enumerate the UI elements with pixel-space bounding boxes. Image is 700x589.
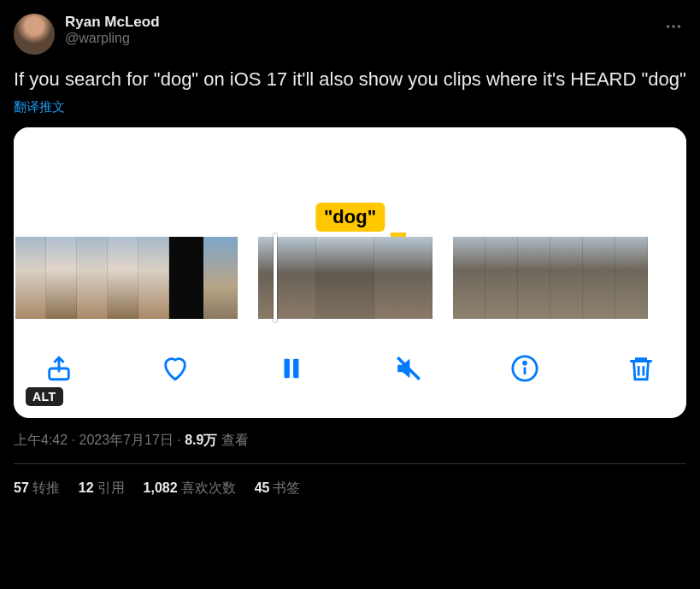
post-time[interactable]: 上午4:42 [14,433,68,447]
pause-icon[interactable] [277,354,306,383]
quotes-stat[interactable]: 12引用 [79,480,125,498]
author-block: Ryan McLeod @warpling [65,14,160,46]
thumbnail [258,237,316,319]
thumbnail [46,237,77,319]
views-count: 8.9万 [185,433,217,447]
thumbnail [583,237,615,319]
svg-rect-4 [285,358,290,378]
likes-stat[interactable]: 1,082喜欢次数 [144,480,236,498]
post-date[interactable]: 2023年7月17日 [79,433,173,447]
tweet-container: Ryan McLeod @warpling If you search for … [0,0,700,511]
svg-point-0 [667,25,670,28]
retweets-stat[interactable]: 57转推 [14,480,60,498]
heart-icon[interactable] [161,354,190,383]
tweet-header: Ryan McLeod @warpling [14,14,686,55]
more-icon[interactable] [661,14,686,43]
views-label: 查看 [221,433,249,447]
thumbnail [453,237,485,319]
mute-icon[interactable] [394,354,423,383]
svg-point-9 [523,362,526,364]
thumbnail [203,237,238,319]
thumbnail [550,237,583,319]
info-icon[interactable] [510,354,539,383]
thumbnail [518,237,550,319]
author-handle[interactable]: @warpling [65,31,160,46]
media-card[interactable]: "dog" [14,127,686,418]
translate-link[interactable]: 翻译推文 [14,99,686,115]
thumbnail [169,237,203,319]
alt-badge[interactable]: ALT [26,387,63,406]
clip-group-2[interactable] [258,237,432,319]
thumbnail [316,237,374,319]
meta-row: 上午4:42 · 2023年7月17日 · 8.9万 查看 [14,432,686,450]
thumbnail [77,237,108,319]
author-name[interactable]: Ryan McLeod [65,14,160,31]
media-preview: "dog" [14,127,686,237]
caption-bubble: "dog" [315,203,385,232]
clip-group-1[interactable] [15,237,238,319]
svg-rect-5 [294,358,299,378]
thumbnail [374,237,432,319]
trash-icon[interactable] [626,354,656,383]
svg-point-2 [678,25,681,28]
share-icon[interactable] [44,354,74,383]
bookmarks-stat[interactable]: 45书签 [255,480,301,498]
tweet-text: If you search for "dog" on iOS 17 it'll … [14,67,686,92]
playhead[interactable] [274,233,277,322]
stats-row: 57转推 12引用 1,082喜欢次数 45书签 [14,464,686,498]
thumbnail [138,237,169,319]
media-toolbar [14,319,686,418]
thumbnail [485,237,518,319]
svg-point-1 [672,25,675,28]
thumbnail [108,237,138,319]
thumbnail [615,237,648,319]
thumbnail [15,237,46,319]
filmstrip[interactable] [14,237,686,319]
clip-group-3[interactable] [453,237,648,319]
avatar[interactable] [14,14,55,55]
